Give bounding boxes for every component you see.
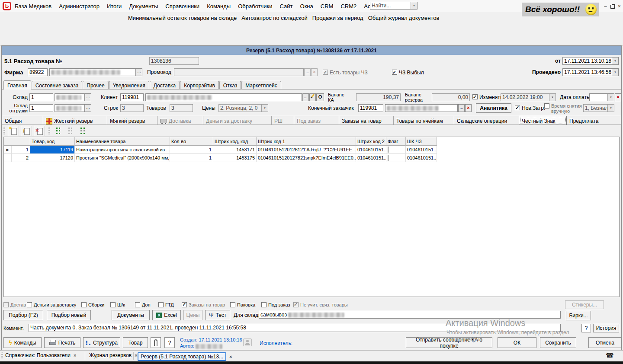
cancel-button[interactable]: Отмена (588, 337, 622, 348)
session-tab-reserve[interactable]: Резерв (5.1 Расход товара) №13...× (138, 352, 232, 361)
menu-item-administrator[interactable]: Администратор (59, 3, 100, 10)
checkbox-box[interactable] (81, 302, 87, 307)
tovar-button[interactable]: Товар (123, 337, 148, 348)
barcode2-cell[interactable]: 0104610151... (356, 154, 386, 162)
menu-item-sait[interactable]: Сайт (280, 3, 293, 10)
menu-app-title[interactable]: База Медиков (15, 3, 51, 10)
client-o-button[interactable]: O (316, 93, 324, 101)
close-button[interactable]: × (616, 3, 623, 10)
checkbox-box[interactable] (135, 302, 140, 307)
phone-icon[interactable]: ☎ (606, 351, 614, 359)
birki-button[interactable]: Бирки... (566, 311, 591, 320)
client-edit-button[interactable] (309, 93, 316, 101)
checkbox-box[interactable] (110, 302, 116, 307)
final-customer-name-field[interactable] (385, 104, 458, 112)
checkbox-box[interactable] (27, 302, 32, 307)
firm-picker-button[interactable]: ... (136, 68, 142, 76)
menu-item-okna[interactable]: Окна (300, 3, 313, 10)
toolbar-grip[interactable] (3, 127, 5, 135)
group-tree-icon[interactable] (78, 126, 87, 136)
tab-skladskie-operacii[interactable]: Складские операции (454, 116, 519, 125)
link-prodazhi[interactable]: Продажи за период (312, 15, 363, 21)
name-cell[interactable]: Наматрацник-простыня с эластичной из ... (75, 146, 170, 154)
tab-zakazy-na-tovar[interactable]: Заказы на товар (339, 116, 394, 125)
checkbox-box[interactable] (392, 70, 397, 75)
barcode-code-cell[interactable]: 1453171 (213, 146, 257, 154)
final-customer-code-field[interactable]: 119981 (358, 104, 383, 112)
name-cell[interactable]: Простыня "SGMedical" (2000x900x140 мм,..… (75, 154, 170, 162)
tab-dostavka[interactable]: Доставка (150, 81, 180, 89)
tab-dengi-dostavka[interactable]: Деньги за доставку (203, 116, 272, 125)
barcode1-cell[interactable]: 010461015120127821snpk?EImE4clB91EE0... (257, 154, 356, 162)
checkbox-box[interactable] (544, 103, 549, 109)
dengi-dostavka-checkbox[interactable]: Деньги за доставку (27, 302, 76, 307)
chz-out-checkbox[interactable]: ЧЗ Выбыл (392, 70, 424, 76)
zakazy-na-tovar-checkbox[interactable]: Заказы на товар (182, 302, 225, 307)
header-shtrihkod2[interactable]: Штрих-код 2 (356, 137, 386, 146)
menu-item-documents[interactable]: Документы (129, 3, 158, 10)
link-autozapros[interactable]: Автозапрос по складской (241, 15, 307, 21)
shk-chz-cell[interactable]: 0104610151... (406, 154, 437, 162)
sklad2-code-field[interactable]: 1 (29, 104, 53, 112)
new-costs-checkbox[interactable]: Нов.Затр. (515, 105, 545, 111)
client-code-field[interactable]: 119981 (120, 93, 144, 101)
barcode-code-cell[interactable]: 1453175 (213, 154, 257, 162)
sklad2-picker-button[interactable]: ... (85, 104, 91, 112)
for-sklad-field[interactable]: самовывоз (259, 311, 561, 319)
menu-item-crm2[interactable]: CRM2 (340, 3, 356, 10)
checkbox-box[interactable] (230, 302, 235, 307)
barcode2-cell[interactable]: 0104610151... (356, 146, 386, 154)
comment-field[interactable]: Часть документа 0. Заказ безнал № 130614… (29, 324, 561, 332)
history-button[interactable]: История (593, 324, 619, 332)
documents-button[interactable]: Документы (112, 310, 150, 320)
checkbox-box[interactable] (515, 105, 520, 110)
question-button[interactable]: ? (164, 337, 175, 348)
shk-chz-cell[interactable]: 0104610151... (406, 146, 437, 154)
gtd-checkbox[interactable]: ГТД (158, 302, 174, 307)
sklad-name-field[interactable] (55, 93, 85, 101)
find-combobox[interactable]: Найти... (370, 2, 417, 10)
flag-checkbox[interactable] (388, 155, 389, 161)
header-tovar-kod[interactable]: Товар, код (30, 137, 75, 146)
tab-otkaz[interactable]: Отказ (219, 81, 241, 89)
header-shtrihkod1[interactable]: Штрих-код 1 (257, 137, 356, 146)
help-small-button[interactable]: ? (581, 324, 591, 332)
flag-cell[interactable] (386, 146, 406, 154)
firm-code-field[interactable]: 89922 (28, 68, 48, 76)
row-number-cell[interactable]: 1 (12, 146, 30, 154)
menu-item-komandy[interactable]: Команды (207, 3, 231, 10)
menu-item-spravochniki[interactable]: Справочники (165, 3, 199, 10)
podbor-button[interactable]: Подбор (F2) (3, 310, 43, 320)
sklad-picker-button[interactable]: ... (85, 93, 91, 101)
checkbox-box[interactable] (472, 94, 478, 99)
tab-marketplace[interactable]: Маркетплейс (241, 81, 281, 89)
structure-button[interactable]: Структура (83, 337, 120, 348)
row-delete-button[interactable]: × (34, 126, 45, 136)
podbor-new-button[interactable]: Подбор новый (47, 310, 91, 320)
barcode1-cell[interactable]: 010461015120126121'AJ+qU_?"C2EU91EE... (257, 146, 356, 154)
pakovka-checkbox[interactable]: Паковка (230, 302, 255, 307)
row-edit-button[interactable]: / (21, 126, 32, 136)
tab-glavnaya[interactable]: Главная (3, 80, 31, 89)
row-number-cell[interactable]: 2 (12, 154, 30, 162)
tab-zhestky-rezerv[interactable]: Жесткий резерв (43, 116, 107, 125)
tab-myagky-rezerv[interactable]: Мягкий резерв (107, 116, 157, 125)
header-shtrihkod-kod[interactable]: Штрих-код, код (213, 137, 257, 146)
link-obshiy-zhurnal[interactable]: Общий журнал документов (368, 15, 440, 21)
doc-date-field[interactable]: 17.11.2021 13:10:18 (562, 57, 619, 65)
row-add-button[interactable]: * (8, 126, 19, 136)
tab-prochee[interactable]: Прочее (83, 81, 108, 89)
dostavka-checkbox[interactable]: Доставка (3, 302, 26, 307)
ok-button[interactable]: ОК (498, 337, 536, 348)
group-rows-icon[interactable] (54, 126, 63, 136)
save-button[interactable]: Сохранить (540, 337, 576, 348)
pod-zakaz-checkbox[interactable]: Под заказ (261, 302, 290, 307)
session-tab-users[interactable]: Справочник: Пользователи× (5, 352, 76, 358)
manual-time-checkbox[interactable]: Время снятия вручную (544, 103, 582, 114)
dop-checkbox[interactable]: Доп (135, 302, 151, 307)
ne-uchit-svyaz-checkbox[interactable]: Не учит. связ. товары (293, 302, 348, 307)
tab-uvedomleniya[interactable]: Уведомления (109, 81, 149, 89)
client-name-field[interactable] (145, 93, 302, 101)
qty-cell[interactable]: 1 (170, 146, 213, 154)
send-message-button[interactable]: Отправить сообщение КА о покупке (406, 337, 492, 348)
